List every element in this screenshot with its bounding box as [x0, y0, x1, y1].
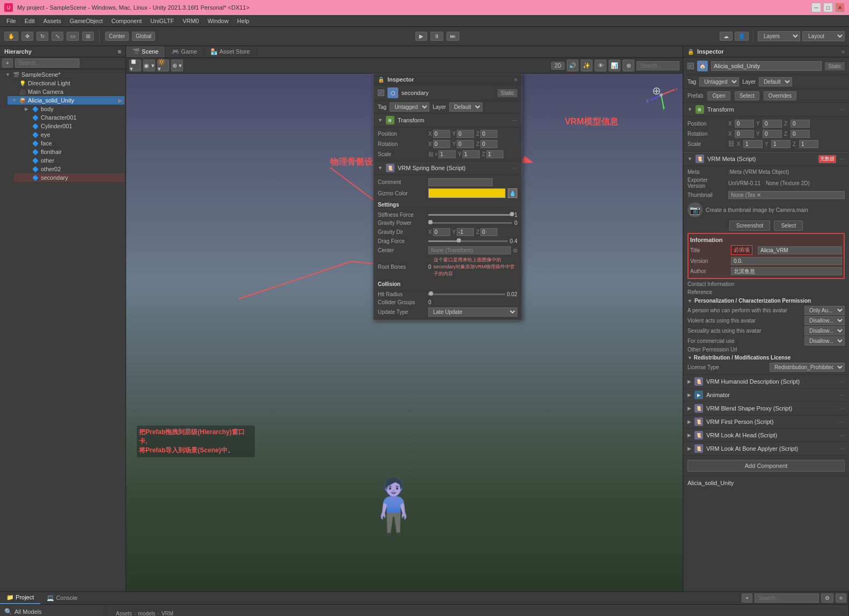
scale-y[interactable]: [771, 140, 791, 148]
tree-eye[interactable]: 🔷 eye: [14, 130, 125, 139]
minimize-button[interactable]: ─: [811, 3, 821, 12]
tree-char001[interactable]: 🔷 Character001: [14, 113, 125, 122]
si-eye-dropper[interactable]: 💧: [508, 188, 517, 198]
insp-layer-dropdown[interactable]: Default: [759, 77, 792, 86]
gizmos2-btn[interactable]: ⊕: [623, 60, 634, 71]
vb-menu[interactable]: ⋯: [839, 406, 845, 412]
center-button[interactable]: Center: [105, 32, 129, 41]
scale-x[interactable]: [743, 140, 763, 148]
hierarchy-menu-icon[interactable]: ≡: [118, 48, 121, 55]
author-input[interactable]: [731, 267, 842, 275]
vrm-meta-menu[interactable]: ⋯: [839, 156, 845, 162]
si-transform-menu[interactable]: ⋯: [512, 118, 517, 123]
vlh-menu[interactable]: ⋯: [839, 432, 845, 438]
play-button[interactable]: ▶: [415, 32, 427, 41]
reference-row[interactable]: Reference: [687, 288, 845, 296]
menu-assets[interactable]: Assets: [39, 17, 65, 25]
transform-tool[interactable]: ⊞: [82, 32, 94, 41]
contact-row[interactable]: Contact Information: [687, 280, 845, 288]
si-gizmo-color[interactable]: [428, 188, 506, 198]
menu-help[interactable]: Help: [233, 17, 254, 25]
global-button[interactable]: Global: [132, 32, 155, 41]
pos-z[interactable]: [791, 120, 810, 128]
proj-menu[interactable]: ≡: [836, 593, 846, 603]
perm4-select[interactable]: Disallow...: [804, 336, 845, 346]
vf-menu[interactable]: ⋯: [839, 419, 845, 425]
tab-console[interactable]: 💻 Console: [40, 592, 84, 604]
insp-lock-icon[interactable]: 🔒: [687, 49, 694, 55]
si-pos-z[interactable]: [480, 130, 497, 138]
maximize-button[interactable]: □: [823, 3, 833, 12]
menu-edit[interactable]: Edit: [20, 17, 39, 25]
animator-header[interactable]: ▶ ▶ Animator ⋯: [683, 388, 849, 402]
tree-cyl001[interactable]: 🔷 Cylinder001: [14, 122, 125, 130]
rot-x[interactable]: [735, 130, 754, 138]
select-btn[interactable]: Select: [774, 221, 803, 231]
2d-toggle[interactable]: 2D: [551, 62, 565, 70]
layout-dropdown[interactable]: Layout: [802, 31, 845, 41]
si-gdir-y[interactable]: [457, 228, 474, 236]
license-type-select[interactable]: Redistribution_Prohibited: [770, 363, 845, 372]
scene-search[interactable]: [636, 61, 679, 70]
si-rot-y[interactable]: [457, 140, 474, 148]
personalization-header[interactable]: ▼ Personalization / Characterization Per…: [687, 296, 845, 305]
gizmos-btn[interactable]: ⊕ ▾: [171, 60, 183, 71]
perspective-toggle[interactable]: ◉ ▾: [143, 60, 155, 71]
si-menu-icon[interactable]: ≡: [514, 77, 517, 83]
tree-other02[interactable]: 🔷 other02: [14, 165, 125, 173]
rot-z[interactable]: [791, 130, 810, 138]
add-component-btn[interactable]: Add Component: [687, 460, 845, 472]
step-button[interactable]: ⏭: [447, 32, 459, 41]
perm2-select[interactable]: Disallow...: [804, 316, 845, 325]
menu-vrm0[interactable]: VRM0: [178, 17, 203, 25]
si-rot-z[interactable]: [480, 140, 497, 148]
si-tag-dropdown[interactable]: Untagged: [390, 102, 429, 112]
hierarchy-add[interactable]: +: [2, 58, 13, 68]
account-button[interactable]: 👤: [735, 32, 749, 41]
si-ut-dropdown[interactable]: Late Update: [428, 307, 517, 317]
si-pos-y[interactable]: [457, 130, 474, 138]
transform-settings[interactable]: ⋯: [839, 107, 845, 113]
menu-component[interactable]: Component: [107, 17, 146, 25]
scene-viewport[interactable]: 🧍 ⊕ VRM模型信息 物理骨骼设置: [126, 74, 683, 591]
collab-button[interactable]: ☁: [720, 32, 733, 41]
pause-button[interactable]: ⏸: [430, 32, 443, 41]
si-transform-header[interactable]: ▼ ⊞ Transform ⋯: [374, 114, 522, 127]
tree-body[interactable]: ▶ 🔷 body: [14, 105, 125, 113]
menu-window[interactable]: Window: [203, 17, 233, 25]
anim-menu[interactable]: ⋯: [839, 392, 845, 398]
tree-face[interactable]: 🔷 face: [14, 139, 125, 148]
transform-header[interactable]: ▼ ⊞ Transform ⋯: [683, 103, 849, 116]
layers-dropdown[interactable]: Layers: [758, 31, 800, 41]
path-assets[interactable]: Assets: [116, 611, 132, 616]
rot-y[interactable]: [763, 130, 782, 138]
fx-btn[interactable]: ✨: [581, 60, 592, 71]
vh-menu[interactable]: ⋯: [839, 379, 845, 385]
tree-other[interactable]: 🔷 other: [14, 156, 125, 165]
si-pos-x[interactable]: [433, 130, 450, 138]
menu-unigltf[interactable]: UniGLTF: [146, 17, 178, 25]
close-button[interactable]: ✕: [835, 3, 845, 12]
prefab-select[interactable]: Select: [735, 91, 759, 100]
vrm-meta-header[interactable]: ▼ 📜 VRM Meta (Script) 无数据 ⋯: [683, 152, 849, 166]
insp-tag-dropdown[interactable]: Untagged: [699, 77, 739, 86]
vrm-blend-header[interactable]: ▶ 📜 VRM Blend Shape Proxy (Script) ⋯: [683, 402, 849, 415]
si-center-pick[interactable]: ⊙: [513, 247, 517, 253]
insp-active-checkbox[interactable]: ✓: [687, 63, 694, 69]
pos-x[interactable]: [735, 120, 754, 128]
si-stiffness-slider[interactable]: 1: [428, 212, 517, 218]
si-rot-x[interactable]: [433, 140, 450, 148]
si-layer-dropdown[interactable]: Default: [449, 102, 482, 112]
redistribution-header[interactable]: ▼ Redistribution / Modifications License: [687, 353, 845, 362]
scale-tool[interactable]: ⤡: [52, 32, 63, 41]
path-models[interactable]: models: [138, 611, 155, 616]
tab-game[interactable]: 🎮 Game: [165, 46, 204, 57]
si-spring-menu[interactable]: ⋯: [512, 165, 517, 171]
prefab-overrides[interactable]: Overrides: [764, 91, 796, 100]
si-scale-x[interactable]: [438, 150, 456, 158]
vrm-look-bone-header[interactable]: ▶ 📜 VRM Look At Bone Applyer (Script) ⋯: [683, 442, 849, 456]
move-tool[interactable]: ✥: [21, 32, 33, 41]
si-gdir-x[interactable]: [433, 228, 450, 236]
tree-flonthair[interactable]: 🔷 flonthair: [14, 148, 125, 156]
tree-main-camera[interactable]: 🎥 Main Camera: [8, 87, 125, 96]
